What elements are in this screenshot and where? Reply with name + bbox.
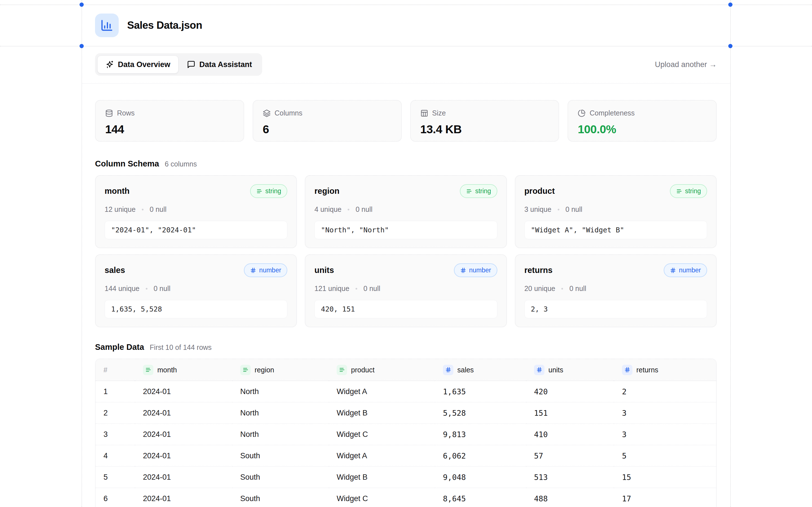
header-month: month xyxy=(143,365,232,375)
type-badge-string: string xyxy=(670,184,707,198)
table-row: 12024-01NorthWidget A1,6354202 xyxy=(96,381,716,402)
schema-card-product: product string 3 unique0 null "Widget A"… xyxy=(515,175,717,248)
sample-section-head: Sample Data First 10 of 144 rows xyxy=(95,342,717,352)
tab-data-assistant[interactable]: Data Assistant xyxy=(179,56,260,73)
database-icon xyxy=(105,109,113,117)
hash-icon xyxy=(250,267,256,274)
dot-separator xyxy=(142,209,144,210)
data-overview-panel: Rows 144 Columns 6 Size 13.4 KB xyxy=(82,83,730,507)
section-title: Sample Data xyxy=(95,342,144,352)
upload-another-link[interactable]: Upload another → xyxy=(655,60,717,69)
stat-value: 144 xyxy=(105,123,234,136)
stats-grid: Rows 144 Columns 6 Size 13.4 KB xyxy=(95,100,717,142)
selection-guide-right xyxy=(730,0,731,507)
column-meta: 144 unique0 null xyxy=(105,284,287,293)
stat-label: Columns xyxy=(274,109,303,117)
stat-label: Rows xyxy=(117,109,135,117)
section-title: Column Schema xyxy=(95,159,159,168)
column-meta: 3 unique0 null xyxy=(524,205,707,214)
column-meta: 20 unique0 null xyxy=(524,284,707,293)
selection-handle-top-right[interactable] xyxy=(728,3,732,7)
page-title: Sales Data.json xyxy=(127,19,202,31)
dot-separator xyxy=(356,288,357,290)
type-badge-string: string xyxy=(460,184,497,198)
column-sample-values: 1,635, 5,528 xyxy=(105,300,287,318)
table-row: 22024-01NorthWidget B5,5281513 xyxy=(96,402,716,424)
tab-group: Data Overview Data Assistant xyxy=(95,53,262,76)
schema-card-month: month string 12 unique0 null "2024-01", … xyxy=(95,175,297,248)
stat-card-size: Size 13.4 KB xyxy=(410,100,559,142)
column-sample-values: 2, 3 xyxy=(524,300,707,318)
selection-handle-top-left[interactable] xyxy=(80,3,84,7)
type-badge-string: string xyxy=(250,184,287,198)
header-sales: sales xyxy=(443,365,526,375)
table-icon xyxy=(420,109,428,117)
dot-separator xyxy=(146,288,147,290)
schema-grid: month string 12 unique0 null "2024-01", … xyxy=(95,175,717,327)
stat-value: 6 xyxy=(263,123,392,136)
table-row: 52024-01SouthWidget B9,04851315 xyxy=(96,466,716,488)
column-sample-values: "2024-01", "2024-01" xyxy=(105,221,287,239)
toolbar: Data Overview Data Assistant Upload anot… xyxy=(82,46,730,83)
column-sample-values: "North", "North" xyxy=(314,221,497,239)
tab-label: Data Overview xyxy=(118,60,170,69)
dot-separator xyxy=(348,209,349,210)
stat-value: 13.4 KB xyxy=(420,123,549,136)
type-badge-number: number xyxy=(454,263,497,277)
schema-section-head: Column Schema 6 columns xyxy=(95,159,717,168)
column-name: returns xyxy=(524,266,553,275)
header-index: # xyxy=(103,366,107,374)
stat-label: Size xyxy=(432,109,446,117)
sparkles-icon xyxy=(105,60,114,69)
hash-icon xyxy=(670,267,676,274)
table-row: 62024-01SouthWidget C8,64548817 xyxy=(96,488,716,507)
column-meta: 12 unique0 null xyxy=(105,205,287,214)
schema-card-sales: sales number 144 unique0 null 1,635, 5,5… xyxy=(95,255,297,327)
stat-card-rows: Rows 144 xyxy=(95,100,244,142)
dot-separator xyxy=(561,288,563,290)
stat-value: 100.0% xyxy=(578,123,707,136)
tab-data-overview[interactable]: Data Overview xyxy=(97,55,179,73)
type-badge-number: number xyxy=(244,263,287,277)
text-icon xyxy=(337,365,347,375)
header-units: units xyxy=(534,365,614,375)
column-name: product xyxy=(524,186,555,196)
hash-icon xyxy=(622,365,632,375)
type-badge-number: number xyxy=(664,263,707,277)
table-header-row: # month region product sales units retur… xyxy=(96,359,716,381)
layers-icon xyxy=(263,109,271,117)
dot-separator xyxy=(558,209,559,210)
chat-icon xyxy=(187,60,195,69)
schema-card-units: units number 121 unique0 null 420, 151 xyxy=(305,255,507,327)
text-icon xyxy=(466,188,472,194)
selection-handle-bottom-right[interactable] xyxy=(728,44,732,48)
hash-icon xyxy=(443,365,453,375)
section-subtitle: First 10 of 144 rows xyxy=(150,343,212,351)
selection-handle-bottom-left[interactable] xyxy=(80,44,84,48)
hash-icon xyxy=(534,365,545,375)
file-header: Sales Data.json xyxy=(82,4,730,46)
column-meta: 4 unique0 null xyxy=(314,205,497,214)
column-sample-values: 420, 151 xyxy=(314,300,497,318)
column-name: sales xyxy=(105,266,125,275)
pie-chart-icon xyxy=(578,109,586,117)
column-name: month xyxy=(105,186,130,196)
text-icon xyxy=(256,188,262,194)
stat-label: Completeness xyxy=(590,109,635,117)
text-icon xyxy=(676,188,682,194)
sample-data-table: # month region product sales units retur… xyxy=(95,358,717,507)
section-subtitle: 6 columns xyxy=(165,160,197,168)
column-name: units xyxy=(314,266,334,275)
hash-icon xyxy=(460,267,466,274)
header-returns: returns xyxy=(622,365,716,375)
tab-label: Data Assistant xyxy=(199,60,252,69)
text-icon xyxy=(143,365,153,375)
column-sample-values: "Widget A", "Widget B" xyxy=(524,221,707,239)
bar-chart-icon xyxy=(95,13,119,37)
app-canvas: { "header": { "title": "Sales Data.json"… xyxy=(0,0,812,507)
column-meta: 121 unique0 null xyxy=(314,284,497,293)
file-viewer-card: Sales Data.json Data Overview Data Assis… xyxy=(82,4,730,507)
schema-card-region: region string 4 unique0 null "North", "N… xyxy=(305,175,507,248)
table-row: 42024-01SouthWidget A6,062575 xyxy=(96,445,716,466)
stat-card-columns: Columns 6 xyxy=(253,100,402,142)
